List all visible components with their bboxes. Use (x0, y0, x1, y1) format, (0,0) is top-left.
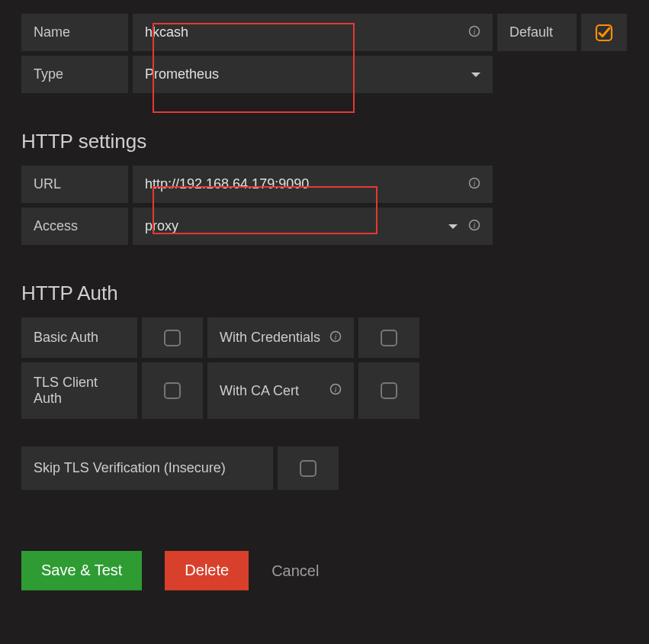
info-icon[interactable]: i (468, 25, 480, 40)
chevron-down-icon (471, 72, 480, 77)
svg-text:i: i (473, 179, 475, 188)
default-label: Default (497, 14, 577, 51)
with-ca-cert-text: With CA Cert (220, 383, 299, 399)
default-checkbox[interactable] (581, 14, 627, 51)
with-ca-cert-checkbox[interactable] (358, 362, 419, 419)
basic-auth-label: Basic Auth (21, 317, 137, 358)
info-icon[interactable]: i (468, 177, 480, 192)
svg-text:i: i (334, 385, 336, 394)
type-value: Prometheus (145, 66, 219, 82)
name-value: hkcash (145, 24, 188, 40)
url-label: URL (21, 166, 128, 203)
save-test-button[interactable]: Save & Test (21, 551, 142, 591)
info-icon[interactable]: i (329, 383, 342, 398)
with-ca-cert-label: With CA Cert i (207, 362, 354, 419)
svg-text:i: i (473, 27, 475, 36)
info-icon[interactable]: i (468, 219, 480, 234)
checkbox-empty-icon (164, 382, 181, 399)
with-credentials-text: With Credentials (220, 330, 320, 346)
checkbox-empty-icon (381, 382, 397, 399)
skip-tls-label: Skip TLS Verification (Insecure) (21, 446, 273, 490)
http-auth-heading: HTTP Auth (21, 282, 628, 305)
access-value: proxy (145, 218, 178, 234)
http-settings-heading: HTTP settings (21, 130, 628, 153)
info-icon[interactable]: i (329, 330, 342, 346)
access-label: Access (21, 208, 128, 245)
delete-button[interactable]: Delete (165, 551, 249, 591)
checkbox-empty-icon (164, 330, 181, 346)
url-input[interactable]: http://192.168.64.179:9090 i (133, 166, 493, 203)
skip-tls-checkbox[interactable] (278, 446, 339, 490)
chevron-down-icon (448, 224, 458, 229)
type-label: Type (21, 56, 128, 93)
svg-text:i: i (473, 221, 475, 230)
url-value: http://192.168.64.179:9090 (145, 176, 309, 192)
checkbox-empty-icon (300, 460, 316, 477)
access-select[interactable]: proxy i (133, 208, 493, 245)
with-credentials-label: With Credentials i (207, 317, 354, 358)
basic-auth-checkbox[interactable] (142, 317, 203, 358)
svg-text:i: i (334, 332, 336, 341)
check-icon (595, 24, 613, 42)
tls-client-auth-checkbox[interactable] (142, 362, 203, 419)
name-input[interactable]: hkcash i (133, 14, 493, 51)
tls-client-auth-label: TLS Client Auth (21, 362, 137, 419)
with-credentials-checkbox[interactable] (358, 317, 419, 358)
type-select[interactable]: Prometheus (133, 56, 493, 93)
cancel-button[interactable]: Cancel (271, 562, 319, 580)
checkbox-empty-icon (381, 330, 397, 346)
name-label: Name (21, 14, 128, 51)
